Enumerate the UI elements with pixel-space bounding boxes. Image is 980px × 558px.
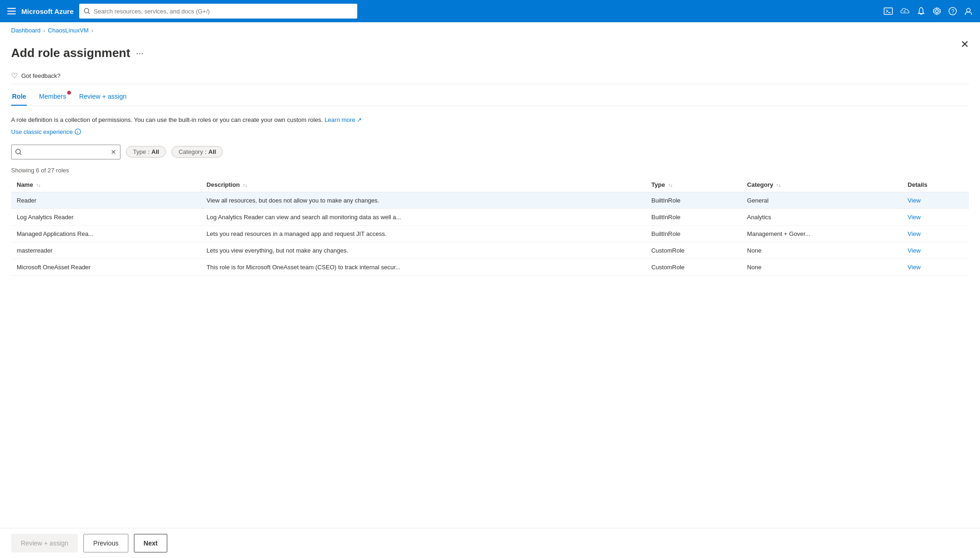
svg-point-3 [84, 8, 89, 13]
search-icon [84, 8, 90, 14]
table-body: Reader View all resources, but does not … [11, 192, 969, 275]
table-row[interactable]: Microsoft OneAsset Reader This role is f… [11, 259, 969, 275]
col-type[interactable]: Type ↑↓ [646, 178, 742, 192]
svg-point-16 [16, 149, 20, 154]
view-link[interactable]: View [908, 214, 921, 221]
cell-type: BuiltInRole [646, 209, 742, 225]
category-filter-pill[interactable]: Category : All [171, 146, 223, 158]
breadcrumb-dashboard[interactable]: Dashboard [11, 27, 41, 34]
view-link[interactable]: View [908, 197, 921, 204]
feedback-bar: ♡ Got feedback? [11, 68, 969, 84]
cell-type: BuiltInRole [646, 192, 742, 209]
cell-details[interactable]: View [902, 209, 969, 225]
col-name[interactable]: Name ↑↓ [11, 178, 201, 192]
cell-description: Log Analytics Reader can view and search… [201, 209, 646, 225]
svg-line-8 [904, 11, 905, 12]
cell-category: Management + Gover... [741, 225, 902, 242]
learn-more-link[interactable]: Learn more ↗ [324, 116, 362, 123]
col-description[interactable]: Description ↑↓ [201, 178, 646, 192]
svg-rect-1 [7, 11, 16, 12]
svg-text:i: i [77, 130, 78, 134]
type-filter-pill[interactable]: Type : All [126, 146, 166, 158]
cell-name: Log Analytics Reader [11, 209, 201, 225]
desc-sort-icon[interactable]: ↑↓ [243, 183, 247, 188]
cell-details[interactable]: View [902, 259, 969, 275]
feedback-heart-icon: ♡ [11, 71, 18, 80]
cell-details[interactable]: View [902, 192, 969, 209]
svg-point-10 [936, 10, 938, 13]
filter-row: Reader ✕ Type : All Category : All [11, 145, 969, 159]
name-sort-icon[interactable]: ↑↓ [36, 183, 41, 188]
cell-category: None [741, 242, 902, 259]
type-sort-icon[interactable]: ↑↓ [668, 183, 673, 188]
view-link[interactable]: View [908, 230, 921, 237]
cell-description: Lets you read resources in a managed app… [201, 225, 646, 242]
global-search[interactable] [79, 4, 357, 19]
main-content: Add role assignment ··· ✕ ♡ Got feedback… [0, 38, 980, 276]
cell-name: masterreader [11, 242, 201, 259]
hamburger-menu[interactable] [7, 8, 16, 14]
topbar-icons: ? [884, 6, 973, 16]
info-icon: i [75, 128, 81, 135]
category-sort-icon[interactable]: ↑↓ [776, 183, 781, 188]
terminal-icon[interactable] [884, 7, 893, 15]
breadcrumb: Dashboard › ChaosLinuxVM › [0, 22, 980, 38]
cell-name: Microsoft OneAsset Reader [11, 259, 201, 275]
search-box[interactable]: Reader ✕ [11, 145, 120, 159]
cell-description: Lets you view everything, but not make a… [201, 242, 646, 259]
table-container: Name ↑↓ Description ↑↓ Type ↑↓ Category … [11, 178, 969, 276]
svg-line-4 [88, 13, 89, 14]
tab-members[interactable]: Members [38, 88, 67, 106]
table-row[interactable]: Log Analytics Reader Log Analytics Reade… [11, 209, 969, 225]
members-badge [67, 91, 71, 95]
showing-text: Showing 6 of 27 roles [11, 167, 969, 174]
close-button[interactable]: ✕ [961, 38, 969, 51]
view-link[interactable]: View [908, 247, 921, 254]
col-details: Details [902, 178, 969, 192]
cell-details[interactable]: View [902, 225, 969, 242]
cell-name: Managed Applications Rea... [11, 225, 201, 242]
breadcrumb-sep-2: › [91, 28, 93, 33]
breadcrumb-vm[interactable]: ChaosLinuxVM [48, 27, 89, 34]
topbar: Microsoft Azure [0, 0, 980, 22]
svg-line-17 [20, 153, 21, 155]
feedback-text[interactable]: Got feedback? [21, 72, 61, 79]
cell-type: CustomRole [646, 242, 742, 259]
svg-rect-0 [7, 8, 16, 9]
global-search-input[interactable] [94, 8, 353, 15]
profile-icon[interactable] [964, 7, 973, 15]
table-header: Name ↑↓ Description ↑↓ Type ↑↓ Category … [11, 178, 969, 192]
cell-description: This role is for Microsoft OneAsset team… [201, 259, 646, 275]
table-row[interactable]: masterreader Lets you view everything, b… [11, 242, 969, 259]
page-title: Add role assignment [11, 46, 130, 60]
settings-icon[interactable] [933, 7, 941, 15]
app-logo: Microsoft Azure [21, 7, 74, 15]
view-link[interactable]: View [908, 264, 921, 271]
tab-review-assign[interactable]: Review + assign [78, 88, 127, 106]
help-icon[interactable]: ? [948, 7, 957, 15]
cell-type: BuiltInRole [646, 225, 742, 242]
cell-name: Reader [11, 192, 201, 209]
col-category[interactable]: Category ↑↓ [741, 178, 902, 192]
notifications-icon[interactable] [917, 6, 925, 16]
role-description: A role definition is a collection of per… [11, 115, 969, 125]
svg-line-7 [904, 11, 904, 12]
role-search-input[interactable]: Reader [25, 148, 108, 155]
cloud-shell-icon[interactable] [900, 7, 910, 15]
search-box-icon [15, 149, 22, 155]
tabs: Role Members Review + assign [11, 88, 969, 106]
cell-category: None [741, 259, 902, 275]
cell-description: View all resources, but does not allow y… [201, 192, 646, 209]
cell-type: CustomRole [646, 259, 742, 275]
search-clear-icon[interactable]: ✕ [111, 148, 116, 156]
breadcrumb-sep-1: › [44, 28, 45, 33]
cell-details[interactable]: View [902, 242, 969, 259]
more-options-icon[interactable]: ··· [136, 48, 144, 58]
svg-point-13 [967, 8, 970, 12]
cell-category: General [741, 192, 902, 209]
table-row[interactable]: Managed Applications Rea... Lets you rea… [11, 225, 969, 242]
table-row[interactable]: Reader View all resources, but does not … [11, 192, 969, 209]
tab-role[interactable]: Role [11, 88, 27, 106]
svg-text:?: ? [951, 8, 955, 15]
classic-experience-link[interactable]: Use classic experience i [11, 128, 969, 135]
